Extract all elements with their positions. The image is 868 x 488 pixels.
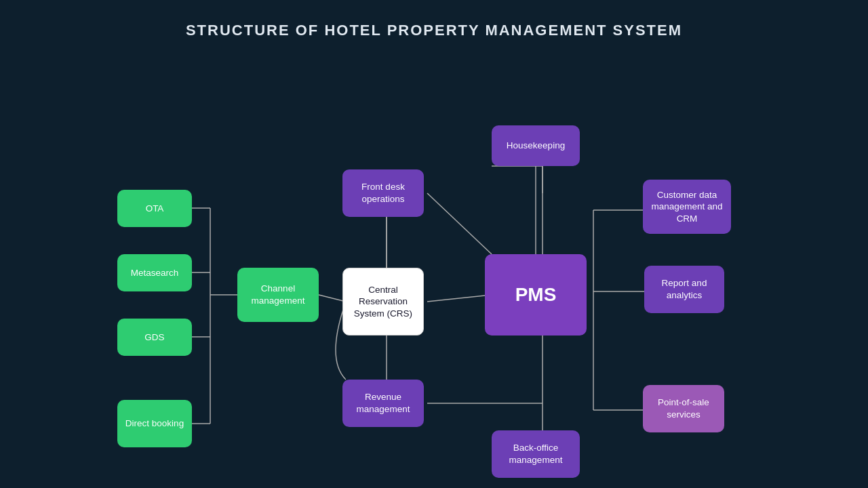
report-analytics-node: Report and analytics bbox=[644, 266, 724, 313]
pms-node: PMS bbox=[485, 254, 587, 336]
front-desk-node: Front desk operations bbox=[342, 169, 424, 217]
svg-line-6 bbox=[319, 295, 346, 302]
customer-data-node: Customer data management and CRM bbox=[643, 180, 731, 234]
gds-node: GDS bbox=[117, 319, 192, 356]
revenue-management-node: Revenue management bbox=[342, 380, 424, 427]
ota-node: OTA bbox=[117, 190, 192, 227]
direct-booking-node: Direct booking bbox=[117, 400, 192, 447]
svg-line-24 bbox=[427, 193, 492, 254]
channel-management-node: Channel management bbox=[237, 268, 319, 322]
point-of-sale-node: Point-of-sale services bbox=[643, 385, 724, 432]
housekeeping-node: Housekeeping bbox=[492, 125, 580, 166]
page-title: STRUCTURE OF HOTEL PROPERTY MANAGEMENT S… bbox=[0, 0, 868, 39]
crs-node: Central Reservation System (CRS) bbox=[342, 268, 424, 336]
back-office-node: Back-office management bbox=[492, 430, 580, 478]
svg-line-9 bbox=[427, 295, 492, 302]
metasearch-node: Metasearch bbox=[117, 254, 192, 291]
